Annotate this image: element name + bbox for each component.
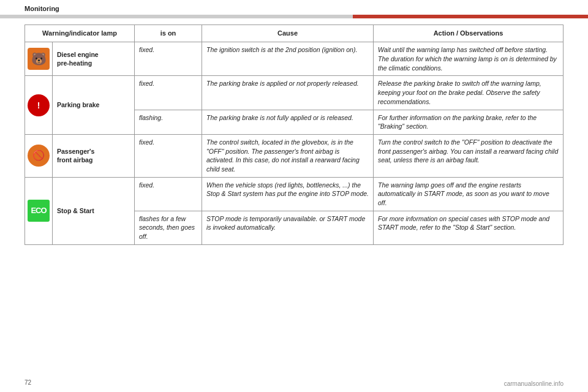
diesel-engine-icon: 🐻	[28, 48, 50, 70]
label-cell-diesel: Diesel enginepre-heating	[53, 42, 135, 76]
svg-text:🚫: 🚫	[32, 149, 45, 161]
label-cell-airbag: Passenger'sfront airbag	[53, 134, 135, 177]
col-header-warning: Warning/indicator lamp	[25, 25, 135, 42]
icon-cell-airbag: 🚫	[25, 134, 53, 177]
page-number: 72	[24, 379, 31, 386]
icon-cell-eco: ECO	[25, 177, 53, 244]
icon-label-line: Stop & Start	[57, 206, 130, 216]
action-cell: Release the parking brake to switch off …	[374, 76, 564, 110]
cause-cell: When the vehicle stops (red lights, bott…	[202, 177, 374, 211]
icon-label-line: Diesel engine	[57, 50, 130, 59]
cause-cell: The ignition switch is at the 2nd positi…	[202, 42, 374, 76]
icon-cell-parking: !	[25, 76, 53, 134]
col-header-action: Action / Observations	[374, 25, 564, 42]
header-bar	[0, 15, 588, 18]
warning-table: Warning/indicator lamp is on Cause Actio…	[24, 24, 564, 245]
cause-cell: The control switch, located in the glove…	[202, 134, 374, 177]
action-cell: The warning lamp goes off and the engine…	[374, 177, 564, 211]
is-on-cell: fixed.	[135, 177, 202, 211]
action-cell: Wait until the warning lamp has switched…	[374, 42, 564, 76]
parking-brake-icon: !	[28, 94, 50, 116]
svg-text:!: !	[37, 100, 40, 110]
is-on-cell: fixed.	[135, 76, 202, 110]
icon-label-line: Parking brake	[57, 100, 130, 110]
label-cell-parking: Parking brake	[53, 76, 135, 134]
airbag-icon: 🚫	[28, 145, 50, 167]
cause-cell: STOP mode is temporarily unavailable. or…	[202, 211, 374, 244]
col-header-cause: Cause	[202, 25, 374, 42]
col-header-ison: is on	[135, 25, 202, 42]
action-cell: For more information on special cases wi…	[374, 211, 564, 244]
action-cell: For further information on the parking b…	[374, 110, 564, 134]
cause-cell: The parking brake is not fully applied o…	[202, 110, 374, 134]
is-on-cell: flashing.	[135, 110, 202, 134]
is-on-cell: fixed.	[135, 42, 202, 76]
action-cell: Turn the control switch to the "OFF" pos…	[374, 134, 564, 177]
is-on-cell: fixed.	[135, 134, 202, 177]
icon-cell-diesel: 🐻	[25, 42, 53, 76]
label-cell-eco: Stop & Start	[53, 177, 135, 244]
icon-label-line: front airbag	[57, 156, 130, 165]
page-title: Monitoring	[24, 5, 59, 12]
eco-stop-start-icon: ECO	[28, 200, 50, 222]
cause-cell: The parking brake is applied or not prop…	[202, 76, 374, 110]
is-on-cell: flashes for a few seconds, then goes off…	[135, 211, 202, 244]
footer-logo: carmanualsonline.info	[504, 380, 564, 387]
page-footer: 72	[24, 379, 31, 386]
icon-label-line: Passenger's	[57, 147, 130, 156]
main-content: Warning/indicator lamp is on Cause Actio…	[0, 24, 588, 257]
icon-label-line: pre-heating	[57, 59, 130, 68]
